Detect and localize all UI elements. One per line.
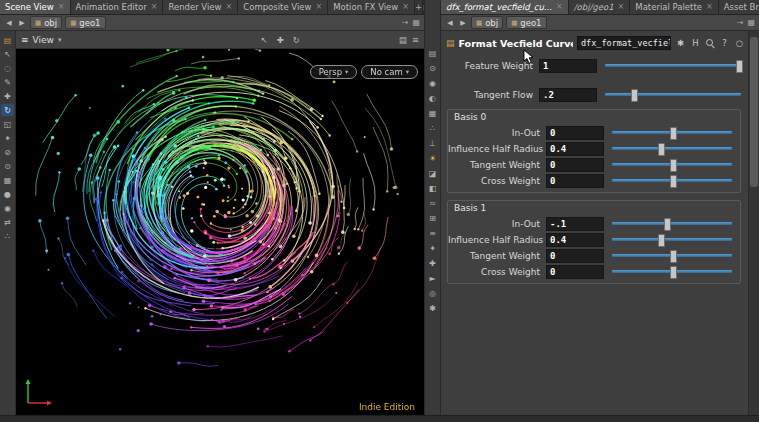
wireframe-display-icon[interactable]: ▦ — [426, 107, 439, 119]
group-list-icon[interactable]: ≡ — [426, 227, 439, 239]
slider-handle[interactable] — [658, 234, 665, 247]
rotate-tool-icon[interactable]: ↻ — [1, 104, 14, 116]
pin-pane-icon[interactable]: → — [737, 18, 744, 27]
slider-handle[interactable] — [664, 218, 671, 231]
param-value-field[interactable]: 0 — [546, 126, 604, 140]
perspective-menu-button[interactable]: Persp ▾ — [310, 65, 358, 79]
tab-close-icon[interactable]: × — [402, 3, 409, 11]
viewport-3d[interactable]: Persp ▾ No cam ▾ Indie E — [16, 49, 424, 415]
mirror-tool-icon[interactable]: ⇄ — [1, 216, 14, 228]
move-tool-icon[interactable]: ✚ — [277, 35, 284, 45]
objects-shelf-icon[interactable]: ▤ — [1, 34, 14, 46]
search-icon[interactable] — [705, 38, 715, 48]
snapshot-icon[interactable]: ◎ — [426, 287, 439, 299]
nav-back-icon[interactable]: ◀ — [4, 19, 14, 27]
pin-view-icon[interactable]: ⊙ — [426, 62, 439, 74]
param-slider[interactable] — [612, 158, 734, 171]
chevron-down-icon[interactable]: ▾ — [58, 36, 62, 44]
linked-pane-icon[interactable]: ▦ — [412, 18, 420, 27]
param-value-field[interactable]: 0.4 — [546, 142, 604, 156]
param-value-field[interactable]: 0.4 — [546, 233, 604, 247]
tab-close-icon[interactable]: × — [706, 3, 713, 11]
node-name-field[interactable]: dfx_format_vecfield_ — [577, 36, 671, 50]
nav-forward-icon[interactable]: ▶ — [458, 19, 468, 27]
new-tab-button[interactable]: + — [415, 0, 423, 14]
lasso-select-icon[interactable]: ◌ — [1, 62, 14, 74]
slider-handle[interactable] — [670, 250, 677, 263]
nav-forward-icon[interactable]: ▶ — [17, 19, 27, 27]
path-chip[interactable]: ▦ obj — [30, 16, 62, 29]
param-slider[interactable] — [612, 142, 734, 155]
pane-tab[interactable]: dfx_format_vecfield_cu... × — [441, 0, 569, 14]
path-chip[interactable]: ▦ geo1 — [65, 16, 105, 29]
slider-handle[interactable] — [670, 159, 677, 172]
scrollbar[interactable] — [748, 31, 759, 415]
shadows-icon[interactable]: ◧ — [426, 182, 439, 194]
param-slider[interactable] — [612, 249, 734, 262]
param-slider[interactable] — [605, 59, 743, 72]
slider-handle[interactable] — [670, 266, 677, 279]
grid-display-icon[interactable]: ⊞ — [426, 212, 439, 224]
visualizers-icon[interactable]: ✦ — [426, 242, 439, 254]
param-value-field[interactable]: 0 — [546, 249, 604, 263]
slider-handle[interactable] — [670, 175, 677, 188]
param-value-field[interactable]: -.1 — [546, 217, 604, 231]
pane-tab[interactable]: Composite View × — [238, 0, 328, 14]
param-slider[interactable] — [612, 174, 734, 187]
tab-close-icon[interactable]: × — [618, 3, 625, 11]
view-list-icon[interactable]: ≡ — [412, 35, 419, 45]
pose-tool-icon[interactable]: ✦ — [1, 132, 14, 144]
pane-tab[interactable]: Animation Editor × — [71, 0, 164, 14]
scale-tool-icon[interactable]: ◱ — [1, 118, 14, 130]
pane-tab[interactable]: Scene View × — [0, 0, 71, 14]
camera-view-icon[interactable]: ◉ — [426, 77, 439, 89]
camera-menu-button[interactable]: No cam ▾ — [361, 65, 418, 79]
normals-display-icon[interactable]: ⊥ — [426, 137, 439, 149]
info-icon[interactable]: ○ — [734, 38, 745, 48]
hq-lighting-icon[interactable]: ◪ — [426, 167, 439, 179]
tab-close-icon[interactable]: × — [556, 3, 563, 11]
pane-tab[interactable]: Material Palette × — [630, 0, 718, 14]
linked-pane-icon[interactable]: ▦ — [747, 18, 755, 27]
display-options-icon[interactable]: ∴ — [1, 230, 14, 242]
secure-selection-icon[interactable]: ⊘ — [1, 146, 14, 158]
param-slider[interactable] — [612, 233, 734, 246]
shading-mode-icon[interactable]: ◐ — [426, 92, 439, 104]
snap-toggle-icon[interactable]: ⊙ — [1, 160, 14, 172]
pane-menu-icon[interactable]: ≡ — [21, 35, 29, 45]
paint-tool-icon[interactable]: ● — [1, 188, 14, 200]
gear-icon[interactable]: ✱ — [675, 38, 686, 48]
param-value-field[interactable]: 0 — [546, 158, 604, 172]
flipbook-icon[interactable]: ► — [426, 272, 439, 284]
move-tool-icon[interactable]: ✚ — [1, 90, 14, 102]
view-mode-icon[interactable]: ▤ — [426, 47, 439, 59]
tab-close-icon[interactable]: × — [226, 3, 233, 11]
param-value-field[interactable]: 0 — [546, 265, 604, 279]
select-tool-icon[interactable]: ↖ — [1, 48, 14, 60]
rotate-tool-icon[interactable]: ↻ — [293, 35, 300, 45]
scrollbar-thumb[interactable] — [750, 37, 758, 187]
expression-language-icon[interactable]: H — [690, 38, 701, 48]
tab-close-icon[interactable]: × — [316, 3, 323, 11]
brush-select-icon[interactable]: ✎ — [1, 76, 14, 88]
view-header-title[interactable]: View — [33, 35, 54, 45]
pane-tab[interactable]: Asset Browser × — [719, 0, 759, 14]
path-chip[interactable]: ▦ geo1 — [506, 16, 546, 29]
pin-pane-icon[interactable]: → — [402, 18, 409, 27]
handles-display-icon[interactable]: ✚ — [426, 257, 439, 269]
param-slider[interactable] — [612, 126, 734, 139]
slider-handle[interactable] — [658, 143, 665, 156]
param-slider[interactable] — [612, 265, 734, 278]
tab-close-icon[interactable]: × — [58, 3, 65, 11]
headlight-icon[interactable]: ☀ — [426, 152, 439, 164]
sculpt-tool-icon[interactable]: ◉ — [1, 202, 14, 214]
nav-back-icon[interactable]: ◀ — [445, 19, 455, 27]
param-slider[interactable] — [612, 217, 734, 230]
help-icon[interactable]: ? — [719, 38, 730, 48]
slider-handle[interactable] — [631, 89, 638, 102]
param-value-field[interactable]: 1 — [539, 59, 597, 73]
param-value-field[interactable]: 0 — [546, 174, 604, 188]
multi-select-icon[interactable]: ▦ — [1, 174, 14, 186]
pane-tab[interactable]: Render View × — [163, 0, 238, 14]
layout-options-icon[interactable]: ▤ — [399, 35, 407, 45]
